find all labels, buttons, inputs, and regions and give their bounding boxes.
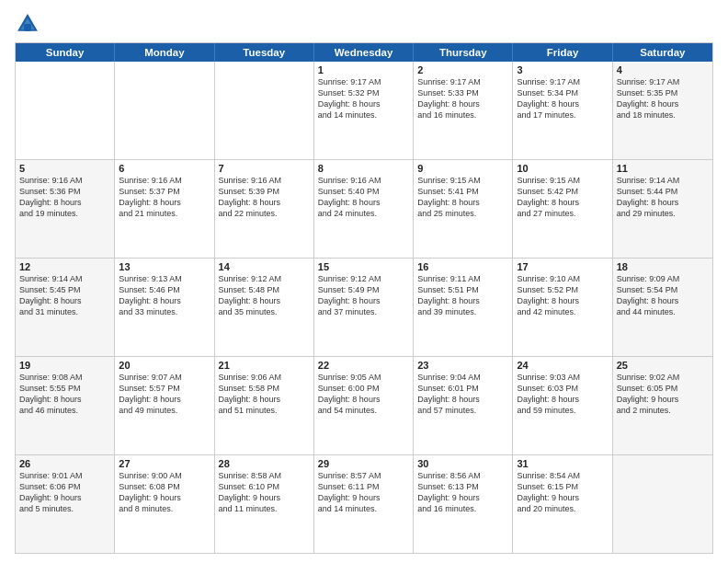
cell-info-line: Sunrise: 9:16 AM	[119, 175, 210, 186]
day-cell-1: 1Sunrise: 9:17 AMSunset: 5:32 PMDaylight…	[314, 62, 414, 159]
day-number: 24	[517, 360, 608, 371]
cell-info-line: and 42 minutes.	[517, 306, 608, 317]
day-cell-4: 4Sunrise: 9:17 AMSunset: 5:35 PMDaylight…	[613, 62, 712, 159]
day-number: 23	[417, 360, 508, 371]
cell-info-line: Sunset: 5:37 PM	[119, 186, 210, 197]
cell-info-line: Sunrise: 9:16 AM	[219, 175, 310, 186]
cell-info-line: and 54 minutes.	[318, 405, 409, 416]
cell-info-line: Sunset: 5:39 PM	[219, 186, 310, 197]
cell-info-line: Daylight: 8 hours	[417, 394, 508, 405]
cell-info-line: and 22 minutes.	[219, 208, 310, 219]
cell-info-line: Sunset: 5:44 PM	[617, 186, 709, 197]
calendar-row-1: 1Sunrise: 9:17 AMSunset: 5:32 PMDaylight…	[16, 62, 712, 159]
cell-info-line: and 20 minutes.	[517, 503, 608, 514]
cell-info-line: Sunset: 5:46 PM	[119, 284, 210, 295]
cell-info-line: Daylight: 8 hours	[219, 295, 310, 306]
day-cell-12: 12Sunrise: 9:14 AMSunset: 5:45 PMDayligh…	[16, 259, 115, 356]
empty-cell-4-6	[613, 455, 712, 553]
day-cell-25: 25Sunrise: 9:02 AMSunset: 6:05 PMDayligh…	[613, 357, 712, 454]
calendar: SundayMondayTuesdayWednesdayThursdayFrid…	[15, 42, 713, 554]
cell-info-line: Daylight: 9 hours	[417, 492, 508, 503]
cell-info-line: and 35 minutes.	[219, 306, 310, 317]
day-number: 8	[318, 163, 409, 174]
cell-info-line: Sunset: 5:40 PM	[318, 186, 409, 197]
day-number: 9	[417, 163, 508, 174]
cell-info-line: Sunrise: 9:16 AM	[19, 175, 110, 186]
cell-info-line: Sunset: 6:10 PM	[219, 481, 310, 492]
day-number: 3	[517, 64, 608, 75]
svg-rect-2	[24, 24, 31, 31]
cell-info-line: Sunset: 6:00 PM	[318, 383, 409, 394]
calendar-row-5: 26Sunrise: 9:01 AMSunset: 6:06 PMDayligh…	[16, 454, 712, 553]
day-number: 22	[318, 360, 409, 371]
cell-info-line: Sunset: 6:01 PM	[417, 383, 508, 394]
weekday-header-sunday: Sunday	[16, 43, 115, 62]
cell-info-line: and 46 minutes.	[19, 405, 110, 416]
cell-info-line: and 39 minutes.	[417, 306, 508, 317]
cell-info-line: Sunrise: 9:17 AM	[517, 76, 608, 87]
cell-info-line: Sunrise: 9:15 AM	[417, 175, 508, 186]
cell-info-line: and 21 minutes.	[119, 208, 210, 219]
cell-info-line: Daylight: 8 hours	[617, 295, 709, 306]
cell-info-line: and 16 minutes.	[417, 503, 508, 514]
day-number: 21	[219, 360, 310, 371]
day-number: 31	[517, 458, 608, 469]
cell-info-line: and 24 minutes.	[318, 208, 409, 219]
day-number: 2	[417, 64, 508, 75]
cell-info-line: and 25 minutes.	[417, 208, 508, 219]
day-number: 29	[318, 458, 409, 469]
cell-info-line: and 8 minutes.	[119, 503, 210, 514]
cell-info-line: and 17 minutes.	[517, 109, 608, 121]
cell-info-line: Daylight: 9 hours	[318, 492, 409, 503]
weekday-header-wednesday: Wednesday	[314, 43, 414, 62]
cell-info-line: Daylight: 9 hours	[119, 492, 210, 503]
cell-info-line: Daylight: 8 hours	[318, 98, 409, 109]
day-cell-2: 2Sunrise: 9:17 AMSunset: 5:33 PMDaylight…	[414, 62, 513, 159]
day-number: 17	[517, 261, 608, 272]
day-number: 5	[19, 163, 110, 174]
cell-info-line: Sunset: 5:34 PM	[517, 87, 608, 98]
day-cell-17: 17Sunrise: 9:10 AMSunset: 5:52 PMDayligh…	[513, 259, 612, 356]
calendar-header: SundayMondayTuesdayWednesdayThursdayFrid…	[16, 43, 712, 62]
day-number: 15	[318, 261, 409, 272]
day-cell-7: 7Sunrise: 9:16 AMSunset: 5:39 PMDaylight…	[215, 160, 314, 258]
cell-info-line: Sunrise: 9:11 AM	[417, 273, 508, 284]
calendar-body: 1Sunrise: 9:17 AMSunset: 5:32 PMDaylight…	[16, 62, 712, 553]
cell-info-line: Daylight: 8 hours	[219, 197, 310, 208]
cell-info-line: Sunset: 5:51 PM	[417, 284, 508, 295]
cell-info-line: Sunset: 5:49 PM	[318, 284, 409, 295]
cell-info-line: and 44 minutes.	[617, 306, 709, 317]
cell-info-line: Daylight: 8 hours	[119, 197, 210, 208]
day-number: 1	[318, 64, 409, 75]
day-cell-14: 14Sunrise: 9:12 AMSunset: 5:48 PMDayligh…	[215, 259, 314, 356]
header	[15, 11, 713, 37]
day-number: 19	[19, 360, 110, 371]
cell-info-line: Daylight: 8 hours	[517, 394, 608, 405]
cell-info-line: Sunrise: 9:12 AM	[219, 273, 310, 284]
calendar-row-2: 5Sunrise: 9:16 AMSunset: 5:36 PMDaylight…	[16, 159, 712, 258]
weekday-header-tuesday: Tuesday	[215, 43, 314, 62]
day-number: 10	[517, 163, 608, 174]
cell-info-line: Daylight: 9 hours	[219, 492, 310, 503]
cell-info-line: Daylight: 8 hours	[219, 394, 310, 405]
day-number: 13	[119, 261, 210, 272]
page: SundayMondayTuesdayWednesdayThursdayFrid…	[0, 0, 728, 563]
cell-info-line: Daylight: 8 hours	[617, 98, 709, 109]
cell-info-line: Sunrise: 9:13 AM	[119, 273, 210, 284]
cell-info-line: Sunrise: 9:00 AM	[119, 470, 210, 481]
cell-info-line: Sunrise: 9:17 AM	[617, 76, 709, 87]
cell-info-line: and 2 minutes.	[617, 405, 709, 416]
cell-info-line: Sunset: 6:08 PM	[119, 481, 210, 492]
cell-info-line: Sunrise: 9:04 AM	[417, 372, 508, 383]
day-cell-15: 15Sunrise: 9:12 AMSunset: 5:49 PMDayligh…	[314, 259, 414, 356]
cell-info-line: Sunset: 6:13 PM	[417, 481, 508, 492]
cell-info-line: and 29 minutes.	[617, 208, 709, 219]
cell-info-line: Sunrise: 8:54 AM	[517, 470, 608, 481]
cell-info-line: Sunset: 5:42 PM	[517, 186, 608, 197]
day-cell-9: 9Sunrise: 9:15 AMSunset: 5:41 PMDaylight…	[414, 160, 513, 258]
cell-info-line: Daylight: 8 hours	[617, 197, 709, 208]
day-number: 18	[617, 261, 709, 272]
weekday-header-saturday: Saturday	[613, 43, 712, 62]
day-cell-5: 5Sunrise: 9:16 AMSunset: 5:36 PMDaylight…	[16, 160, 115, 258]
cell-info-line: Sunset: 5:52 PM	[517, 284, 608, 295]
